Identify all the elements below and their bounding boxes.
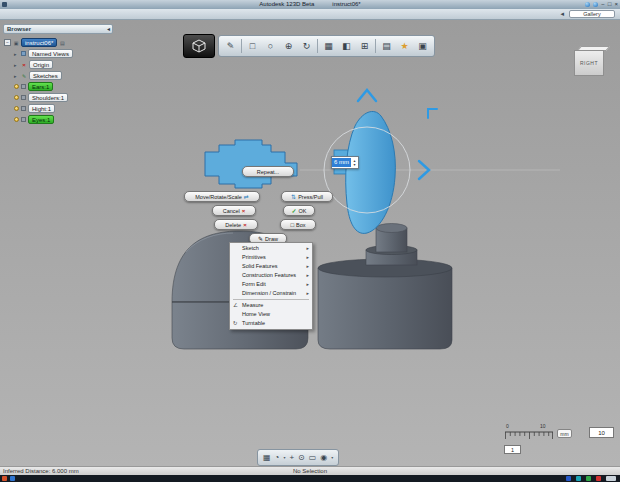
tree-item-shoulders[interactable]: Shoulders:1: [28, 93, 68, 102]
move-tool-icon[interactable]: ⊕: [280, 37, 297, 55]
browser-title: Browser: [7, 26, 31, 32]
list-icon[interactable]: ▤: [59, 40, 65, 46]
titlebar: Autodesk 123D Beta instruct06* − □ ×: [0, 0, 620, 9]
menu-item-construction-features[interactable]: Construction Features ▸: [231, 271, 311, 280]
scale-value-input[interactable]: 10: [589, 427, 614, 438]
dropdown-caret-icon[interactable]: ▾: [283, 455, 285, 460]
camera-icon[interactable]: ◉: [320, 450, 327, 465]
tree-item-root[interactable]: instruct06*: [21, 38, 57, 47]
zoom-icon[interactable]: ⊙: [298, 450, 305, 465]
menu-item-form-edit[interactable]: Form Edit ▸: [231, 280, 311, 289]
view-cube-face-label[interactable]: RIGHT: [574, 50, 604, 76]
tree-item-eyes[interactable]: Eyes:1: [28, 115, 54, 124]
gallery-button[interactable]: Gallery: [569, 10, 615, 18]
tree-item-ears[interactable]: Ears:1: [28, 82, 53, 91]
taskbar-app-icon[interactable]: [2, 476, 7, 481]
menu-item-measure[interactable]: ∠ Measure: [231, 301, 311, 310]
move-icon: ⇄: [244, 194, 249, 200]
menu-label: Measure: [242, 302, 263, 308]
minimize-button[interactable]: −: [601, 1, 605, 8]
menu-item-sketch[interactable]: Sketch ▸: [231, 244, 311, 253]
split-tool-icon[interactable]: ◧: [338, 37, 355, 55]
tree-row-ears: Ears:1: [4, 81, 144, 92]
help-icon[interactable]: [593, 2, 598, 7]
tree-item-hight[interactable]: Hight:1: [28, 104, 55, 113]
menu-label: Construction Features: [242, 272, 296, 278]
scale-sub-value[interactable]: 1: [504, 445, 521, 454]
view-cube[interactable]: RIGHT: [574, 46, 608, 77]
close-button[interactable]: ×: [614, 1, 618, 8]
cancel-button[interactable]: Cancel ×: [212, 205, 256, 216]
turntable-icon: ↻: [233, 319, 238, 328]
tree-item-origin[interactable]: Origin: [29, 60, 53, 69]
sketch-tool-icon[interactable]: ✎: [222, 37, 239, 55]
repeat-label: Repeat...: [257, 169, 279, 175]
dimension-input[interactable]: 6 mm ▴▾: [331, 156, 359, 169]
snap-tool-icon[interactable]: ▣: [414, 37, 431, 55]
taskbar-app-icon[interactable]: [10, 476, 15, 481]
tree-item-sketches[interactable]: Sketches: [29, 71, 62, 80]
sync-icon[interactable]: [585, 2, 590, 7]
tray-icon[interactable]: [566, 476, 571, 481]
named-views-icon: [21, 51, 26, 56]
tray-icon[interactable]: [596, 476, 601, 481]
repeat-button[interactable]: Repeat...: [242, 166, 294, 177]
tray-icon[interactable]: [576, 476, 581, 481]
tray-icon[interactable]: [586, 476, 591, 481]
tray-clock[interactable]: [606, 476, 616, 481]
view-cube-menu-button[interactable]: [183, 34, 215, 58]
visibility-bulb-icon[interactable]: [14, 84, 19, 89]
expand-icon[interactable]: ▸: [14, 73, 19, 79]
menu-label: Primitives: [242, 254, 266, 260]
orbit-icon[interactable]: ◔: [275, 450, 280, 465]
move-rotate-scale-button[interactable]: Move/Rotate/Scale ⇄: [184, 191, 260, 202]
ok-button[interactable]: ✓ OK: [283, 205, 315, 216]
main-toolbar: ✎ □ ○ ⊕ ↻ ▦ ◧ ⊞ ▤ ★ ▣: [183, 34, 435, 58]
rotate-tool-icon[interactable]: ↻: [298, 37, 315, 55]
tree-row-named-views: ▸ Named Views: [4, 48, 144, 59]
combine-tool-icon[interactable]: ⊞: [356, 37, 373, 55]
feature-icon: [21, 95, 26, 100]
menu-item-home-view[interactable]: Home View: [231, 310, 311, 319]
material-tool-icon[interactable]: ★: [396, 37, 413, 55]
press-pull-label: Press/Pull: [298, 194, 323, 200]
spin-down-icon[interactable]: ▾: [351, 163, 358, 167]
dimension-value[interactable]: 6 mm: [332, 158, 351, 167]
delete-button[interactable]: Delete ×: [214, 219, 258, 230]
visibility-bulb-icon[interactable]: [14, 106, 19, 111]
scale-tick-start: 0: [506, 423, 509, 429]
pan-icon[interactable]: +: [289, 450, 294, 465]
selection-status-text: No Selection: [0, 468, 620, 474]
box-button[interactable]: □ Box: [280, 219, 316, 230]
tree-item-named-views[interactable]: Named Views: [28, 49, 73, 58]
menu-label: Solid Features: [242, 263, 277, 269]
pattern-tool-icon[interactable]: ▦: [320, 37, 337, 55]
expand-icon[interactable]: ▸: [14, 51, 19, 57]
menu-label: Sketch: [242, 245, 259, 251]
menu-item-solid-features[interactable]: Solid Features ▸: [231, 262, 311, 271]
collapse-icon[interactable]: −: [4, 39, 11, 46]
maximize-button[interactable]: □: [608, 1, 612, 8]
visibility-bulb-icon[interactable]: [14, 117, 19, 122]
move-label: Move/Rotate/Scale: [195, 194, 241, 200]
collapse-panel-icon[interactable]: ◂: [560, 10, 564, 18]
cancel-label: Cancel: [223, 208, 240, 214]
browser-panel-header[interactable]: Browser ◂: [3, 24, 113, 34]
draw-label: Draw: [265, 236, 278, 242]
visibility-bulb-icon[interactable]: [14, 95, 19, 100]
app-grid-icon[interactable]: ▦: [263, 450, 271, 465]
dimension-spinner[interactable]: ▴▾: [351, 159, 358, 167]
menu-item-primitives[interactable]: Primitives ▸: [231, 253, 311, 262]
expand-icon[interactable]: ▸: [14, 62, 19, 68]
menu-item-dimension-constrain[interactable]: Dimension / Constrain ▸: [231, 289, 311, 298]
dropdown-caret-icon[interactable]: ▾: [331, 455, 333, 460]
browser-collapse-icon[interactable]: ◂: [107, 25, 110, 33]
submenu-arrow-icon: ▸: [306, 271, 309, 280]
primitive-box-icon[interactable]: □: [244, 37, 261, 55]
fit-icon[interactable]: ▭: [309, 450, 317, 465]
shell-tool-icon[interactable]: ▤: [378, 37, 395, 55]
press-pull-button[interactable]: ⇅ Press/Pull: [281, 191, 333, 202]
menu-item-turntable[interactable]: ↻ Turntable: [231, 319, 311, 328]
hidden-icon[interactable]: ×: [21, 62, 27, 68]
primitive-sphere-icon[interactable]: ○: [262, 37, 279, 55]
